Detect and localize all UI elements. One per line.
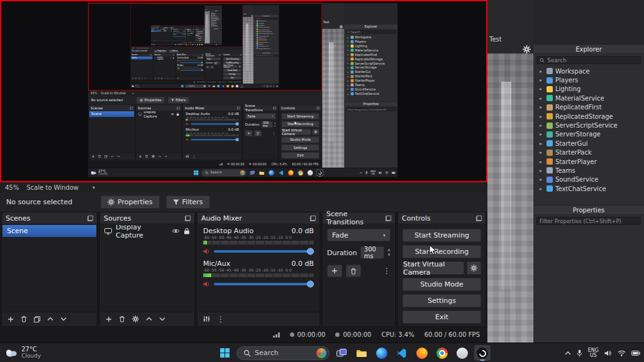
vscode-button[interactable] <box>194 43 196 45</box>
remove-transition-button[interactable] <box>346 265 361 277</box>
file-explorer-button[interactable] <box>212 84 216 88</box>
lock-icon[interactable] <box>171 31 172 31</box>
start-button[interactable] <box>180 84 184 88</box>
expand-chevron-icon[interactable]: ▸ <box>540 77 544 83</box>
vscode-button[interactable] <box>221 84 225 88</box>
language-switcher[interactable]: ENG US <box>588 348 599 358</box>
remove-transition-button[interactable] <box>189 35 191 36</box>
exit-button[interactable]: Exit <box>223 76 242 79</box>
explorer-item-serverstorage[interactable]: ▸ServerStorage <box>344 65 397 70</box>
explorer-item-replicatedfirst[interactable]: ▸ReplicatedFirst <box>533 103 644 112</box>
explorer-item-lighting[interactable]: ▸Lighting <box>533 85 644 94</box>
taskbar-search-box[interactable]: Search <box>177 44 187 45</box>
taskbar-search-box[interactable]: Search <box>185 85 206 88</box>
explorer-item-players[interactable]: ▸Players <box>533 75 644 84</box>
add-source-button[interactable] <box>162 40 163 41</box>
transition-select[interactable]: Fade ▾ <box>187 31 194 32</box>
expand-chevron-icon[interactable]: ▸ <box>255 31 256 32</box>
properties-button[interactable]: Properties <box>136 97 165 103</box>
expand-chevron-icon[interactable]: ▸ <box>255 45 256 47</box>
popout-icon[interactable] <box>87 216 93 221</box>
expand-chevron-icon[interactable]: ▸ <box>347 62 349 65</box>
popout-icon[interactable] <box>310 216 316 221</box>
duration-stepper[interactable]: ∧∨ <box>387 248 391 257</box>
edge-button[interactable] <box>192 43 194 45</box>
wifi-icon[interactable] <box>618 350 626 356</box>
start-button[interactable] <box>175 43 177 45</box>
wifi-icon[interactable] <box>273 85 275 87</box>
microphone-icon[interactable] <box>577 349 582 357</box>
transition-select[interactable]: Fade ▾ <box>327 229 391 241</box>
roblox-3d-viewport[interactable] <box>487 53 533 343</box>
start-virtual-camera-button[interactable]: Start Virtual Camera <box>196 35 203 36</box>
scenes-dock-header[interactable]: Scenes <box>89 105 135 111</box>
explorer-item-soundservice[interactable]: ▸SoundService <box>344 87 397 92</box>
explorer-item-replicatedstorage[interactable]: ▸ReplicatedStorage <box>344 57 397 62</box>
duration-input[interactable]: 300 ms <box>261 121 272 128</box>
expand-chevron-icon[interactable]: ▸ <box>255 23 256 24</box>
remove-scene-button[interactable] <box>98 155 101 158</box>
expand-chevron-icon[interactable]: ▸ <box>347 40 349 43</box>
obs-preview-canvas[interactable]: 45% Scale to Window ▾ No source selected… <box>130 4 243 47</box>
task-view-button[interactable] <box>248 169 256 177</box>
explorer-item-textchatservice[interactable]: ▸TextChatService <box>210 26 223 27</box>
filters-button[interactable]: Filters <box>168 97 189 103</box>
explorer-item-textchatservice[interactable]: ▸TextChatService <box>253 47 279 49</box>
add-source-button[interactable] <box>155 77 156 79</box>
explorer-item-startergui[interactable]: ▸StarterGui <box>533 139 644 148</box>
explorer-search-input[interactable]: Search <box>536 56 641 64</box>
add-scene-button[interactable] <box>8 316 14 322</box>
expand-chevron-icon[interactable]: ▸ <box>540 123 544 128</box>
display-capture-source[interactable]: 45% Scale to Window ▾ No source selected… <box>130 4 279 88</box>
add-scene-button[interactable] <box>152 40 152 41</box>
volume-slider-handle[interactable] <box>235 122 238 125</box>
properties-filter-input[interactable]: Filter Properties (Ctrl+Shift+P) <box>346 107 396 111</box>
start-button[interactable] <box>192 169 199 177</box>
explorer-item-starterpack[interactable]: ▸StarterPack <box>533 148 644 157</box>
expand-chevron-icon[interactable]: ▸ <box>255 25 256 26</box>
advanced-audio-sliders-icon[interactable] <box>203 315 210 322</box>
transition-select[interactable]: Fade ▾ <box>206 57 220 60</box>
popout-icon[interactable] <box>386 216 391 221</box>
source-properties-gear-button[interactable] <box>152 155 155 158</box>
chrome-button[interactable] <box>231 84 235 88</box>
battery-icon[interactable] <box>221 44 222 45</box>
visibility-eye-icon[interactable] <box>170 112 174 115</box>
move-scene-up-button[interactable] <box>156 40 157 41</box>
explorer-item-teams[interactable]: ▸Teams <box>533 166 644 175</box>
transition-menu-dots-icon[interactable]: ⋮ <box>219 66 221 68</box>
edge-button[interactable] <box>374 345 390 361</box>
remove-source-button[interactable] <box>158 77 159 79</box>
start-recording-button[interactable]: Start Recording <box>402 245 481 258</box>
expand-chevron-icon[interactable]: ▸ <box>255 41 256 43</box>
volume-slider[interactable] <box>214 283 314 285</box>
start-recording-button[interactable]: Start Recording <box>282 121 319 127</box>
add-source-button[interactable] <box>106 316 112 322</box>
roblox-place-tab[interactable]: Test <box>243 13 247 15</box>
expand-chevron-icon[interactable]: ▸ <box>347 58 349 60</box>
task-view-button[interactable] <box>187 43 189 45</box>
explorer-item-teams[interactable]: ▸Teams <box>344 83 397 87</box>
roblox-place-tab[interactable]: Test <box>489 36 502 43</box>
chrome-button[interactable] <box>199 43 201 45</box>
obs-button[interactable] <box>316 169 323 177</box>
sources-dock-header[interactable]: Sources <box>136 105 181 111</box>
move-source-down-button[interactable] <box>159 317 165 321</box>
mixer-menu-dots-icon[interactable]: ⋮ <box>180 77 182 79</box>
virtual-camera-settings-button[interactable] <box>238 65 242 68</box>
move-source-up-button[interactable] <box>164 78 165 79</box>
explorer-header[interactable]: Explorer <box>344 25 397 30</box>
volume-slider-handle[interactable] <box>307 248 314 255</box>
popout-icon[interactable] <box>274 107 276 109</box>
popout-icon[interactable] <box>317 107 319 109</box>
mixer-menu-dots-icon[interactable]: ⋮ <box>192 154 196 158</box>
move-scene-up-button[interactable] <box>142 78 143 79</box>
roblox-3d-viewport[interactable] <box>205 11 210 43</box>
expand-chevron-icon[interactable]: ▸ <box>347 79 349 82</box>
duration-stepper[interactable]: ∧∨ <box>274 123 275 127</box>
obs-preview-canvas[interactable] <box>151 6 205 26</box>
volume-slider[interactable] <box>180 62 203 63</box>
properties-button[interactable]: Properties <box>101 195 160 209</box>
expand-chevron-icon[interactable]: ▸ <box>540 186 544 192</box>
volume-slider-handle[interactable] <box>307 280 314 287</box>
